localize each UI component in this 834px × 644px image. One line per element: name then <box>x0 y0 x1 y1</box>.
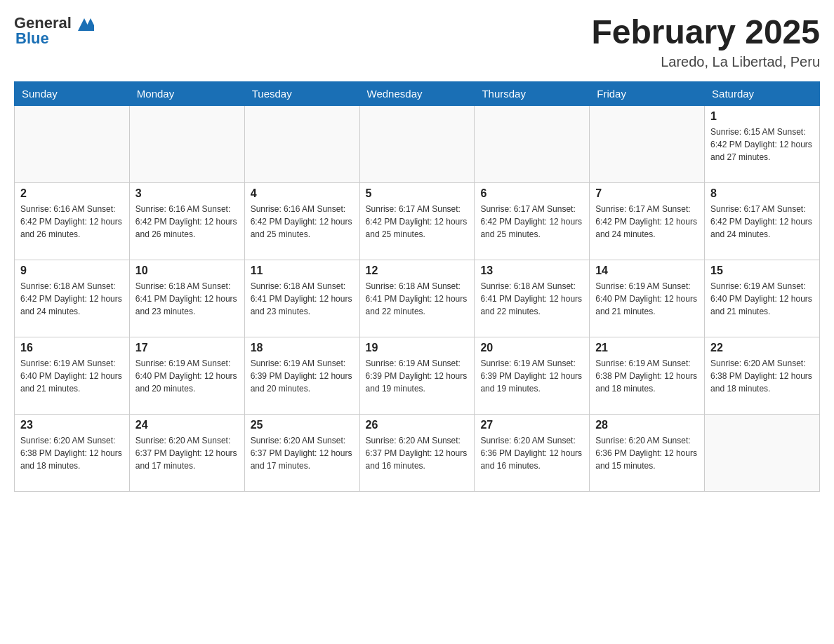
day-number: 26 <box>366 419 469 431</box>
calendar-cell: 1Sunrise: 6:15 AM Sunset: 6:42 PM Daylig… <box>705 105 820 182</box>
day-info: Sunrise: 6:19 AM Sunset: 6:39 PM Dayligh… <box>366 357 469 395</box>
day-info: Sunrise: 6:16 AM Sunset: 6:42 PM Dayligh… <box>251 203 354 241</box>
day-info: Sunrise: 6:20 AM Sunset: 6:38 PM Dayligh… <box>710 357 814 395</box>
calendar-cell <box>15 105 130 182</box>
day-header-friday: Friday <box>590 81 705 105</box>
calendar-cell: 11Sunrise: 6:18 AM Sunset: 6:41 PM Dayli… <box>244 260 359 337</box>
day-header-thursday: Thursday <box>475 81 590 105</box>
day-header-saturday: Saturday <box>705 81 820 105</box>
day-info: Sunrise: 6:20 AM Sunset: 6:36 PM Dayligh… <box>480 434 583 472</box>
calendar-cell: 2Sunrise: 6:16 AM Sunset: 6:42 PM Daylig… <box>15 182 130 260</box>
day-info: Sunrise: 6:20 AM Sunset: 6:37 PM Dayligh… <box>135 434 239 472</box>
calendar-cell: 12Sunrise: 6:18 AM Sunset: 6:41 PM Dayli… <box>359 260 475 337</box>
day-number: 20 <box>480 342 583 354</box>
calendar-cell <box>705 414 820 491</box>
page-header: General Blue February 2025 Laredo, La Li… <box>14 14 820 70</box>
day-info: Sunrise: 6:20 AM Sunset: 6:36 PM Dayligh… <box>595 434 699 472</box>
day-number: 16 <box>20 342 124 354</box>
calendar-cell: 14Sunrise: 6:19 AM Sunset: 6:40 PM Dayli… <box>590 260 705 337</box>
calendar-week-row: 2Sunrise: 6:16 AM Sunset: 6:42 PM Daylig… <box>15 182 820 260</box>
day-info: Sunrise: 6:19 AM Sunset: 6:40 PM Dayligh… <box>595 280 699 318</box>
day-info: Sunrise: 6:18 AM Sunset: 6:41 PM Dayligh… <box>366 280 469 318</box>
day-info: Sunrise: 6:17 AM Sunset: 6:42 PM Dayligh… <box>710 203 814 241</box>
calendar-cell: 22Sunrise: 6:20 AM Sunset: 6:38 PM Dayli… <box>705 337 820 414</box>
logo-blue-text: Blue <box>15 29 49 48</box>
calendar-cell: 5Sunrise: 6:17 AM Sunset: 6:42 PM Daylig… <box>359 182 475 260</box>
day-number: 6 <box>480 187 583 200</box>
day-info: Sunrise: 6:20 AM Sunset: 6:37 PM Dayligh… <box>251 434 354 472</box>
day-number: 13 <box>480 264 583 277</box>
calendar-week-row: 16Sunrise: 6:19 AM Sunset: 6:40 PM Dayli… <box>15 337 820 414</box>
day-number: 22 <box>710 342 814 354</box>
calendar-cell <box>244 105 359 182</box>
calendar-cell <box>359 105 475 182</box>
day-info: Sunrise: 6:17 AM Sunset: 6:42 PM Dayligh… <box>595 203 699 241</box>
days-of-week-row: SundayMondayTuesdayWednesdayThursdayFrid… <box>15 81 820 105</box>
calendar-cell: 24Sunrise: 6:20 AM Sunset: 6:37 PM Dayli… <box>129 414 244 491</box>
day-info: Sunrise: 6:18 AM Sunset: 6:41 PM Dayligh… <box>251 280 354 318</box>
day-info: Sunrise: 6:19 AM Sunset: 6:39 PM Dayligh… <box>251 357 354 395</box>
day-header-wednesday: Wednesday <box>359 81 475 105</box>
day-info: Sunrise: 6:20 AM Sunset: 6:37 PM Dayligh… <box>366 434 469 472</box>
day-number: 24 <box>135 419 239 431</box>
day-info: Sunrise: 6:18 AM Sunset: 6:42 PM Dayligh… <box>20 280 124 318</box>
location-subtitle: Laredo, La Libertad, Peru <box>591 54 820 70</box>
calendar-cell: 15Sunrise: 6:19 AM Sunset: 6:40 PM Dayli… <box>705 260 820 337</box>
day-number: 10 <box>135 264 239 277</box>
day-number: 27 <box>480 419 583 431</box>
day-header-sunday: Sunday <box>15 81 130 105</box>
month-title: February 2025 <box>591 14 820 51</box>
day-number: 7 <box>595 187 699 200</box>
day-number: 8 <box>710 187 814 200</box>
day-number: 28 <box>595 419 699 431</box>
day-info: Sunrise: 6:18 AM Sunset: 6:41 PM Dayligh… <box>135 280 239 318</box>
logo: General Blue <box>14 14 94 48</box>
calendar-cell: 26Sunrise: 6:20 AM Sunset: 6:37 PM Dayli… <box>359 414 475 491</box>
calendar-cell: 8Sunrise: 6:17 AM Sunset: 6:42 PM Daylig… <box>705 182 820 260</box>
day-number: 4 <box>251 187 354 200</box>
calendar-cell: 18Sunrise: 6:19 AM Sunset: 6:39 PM Dayli… <box>244 337 359 414</box>
day-number: 18 <box>251 342 354 354</box>
day-number: 23 <box>20 419 124 431</box>
calendar-cell: 16Sunrise: 6:19 AM Sunset: 6:40 PM Dayli… <box>15 337 130 414</box>
day-number: 14 <box>595 264 699 277</box>
day-info: Sunrise: 6:17 AM Sunset: 6:42 PM Dayligh… <box>480 203 583 241</box>
calendar-table: SundayMondayTuesdayWednesdayThursdayFrid… <box>14 81 820 492</box>
day-number: 25 <box>251 419 354 431</box>
calendar-cell: 6Sunrise: 6:17 AM Sunset: 6:42 PM Daylig… <box>475 182 590 260</box>
calendar-cell: 13Sunrise: 6:18 AM Sunset: 6:41 PM Dayli… <box>475 260 590 337</box>
day-number: 1 <box>710 110 814 123</box>
calendar-header: SundayMondayTuesdayWednesdayThursdayFrid… <box>15 81 820 105</box>
calendar-cell: 9Sunrise: 6:18 AM Sunset: 6:42 PM Daylig… <box>15 260 130 337</box>
day-info: Sunrise: 6:19 AM Sunset: 6:38 PM Dayligh… <box>595 357 699 395</box>
day-number: 3 <box>135 187 239 200</box>
day-number: 15 <box>710 264 814 277</box>
day-info: Sunrise: 6:20 AM Sunset: 6:38 PM Dayligh… <box>20 434 124 472</box>
day-info: Sunrise: 6:18 AM Sunset: 6:41 PM Dayligh… <box>480 280 583 318</box>
calendar-week-row: 23Sunrise: 6:20 AM Sunset: 6:38 PM Dayli… <box>15 414 820 491</box>
calendar-week-row: 9Sunrise: 6:18 AM Sunset: 6:42 PM Daylig… <box>15 260 820 337</box>
day-info: Sunrise: 6:19 AM Sunset: 6:40 PM Dayligh… <box>20 357 124 395</box>
calendar-cell: 25Sunrise: 6:20 AM Sunset: 6:37 PM Dayli… <box>244 414 359 491</box>
day-number: 11 <box>251 264 354 277</box>
calendar-cell: 19Sunrise: 6:19 AM Sunset: 6:39 PM Dayli… <box>359 337 475 414</box>
day-info: Sunrise: 6:19 AM Sunset: 6:40 PM Dayligh… <box>710 280 814 318</box>
calendar-cell: 3Sunrise: 6:16 AM Sunset: 6:42 PM Daylig… <box>129 182 244 260</box>
day-header-tuesday: Tuesday <box>244 81 359 105</box>
logo-arrows-icon <box>74 15 94 31</box>
calendar-body: 1Sunrise: 6:15 AM Sunset: 6:42 PM Daylig… <box>15 105 820 491</box>
day-number: 21 <box>595 342 699 354</box>
day-number: 19 <box>366 342 469 354</box>
day-info: Sunrise: 6:16 AM Sunset: 6:42 PM Dayligh… <box>20 203 124 241</box>
day-number: 5 <box>366 187 469 200</box>
calendar-cell: 7Sunrise: 6:17 AM Sunset: 6:42 PM Daylig… <box>590 182 705 260</box>
calendar-cell: 27Sunrise: 6:20 AM Sunset: 6:36 PM Dayli… <box>475 414 590 491</box>
calendar-cell: 21Sunrise: 6:19 AM Sunset: 6:38 PM Dayli… <box>590 337 705 414</box>
day-info: Sunrise: 6:15 AM Sunset: 6:42 PM Dayligh… <box>710 126 814 163</box>
calendar-cell: 17Sunrise: 6:19 AM Sunset: 6:40 PM Dayli… <box>129 337 244 414</box>
calendar-cell: 4Sunrise: 6:16 AM Sunset: 6:42 PM Daylig… <box>244 182 359 260</box>
calendar-cell: 20Sunrise: 6:19 AM Sunset: 6:39 PM Dayli… <box>475 337 590 414</box>
calendar-cell: 10Sunrise: 6:18 AM Sunset: 6:41 PM Dayli… <box>129 260 244 337</box>
calendar-cell: 23Sunrise: 6:20 AM Sunset: 6:38 PM Dayli… <box>15 414 130 491</box>
calendar-week-row: 1Sunrise: 6:15 AM Sunset: 6:42 PM Daylig… <box>15 105 820 182</box>
